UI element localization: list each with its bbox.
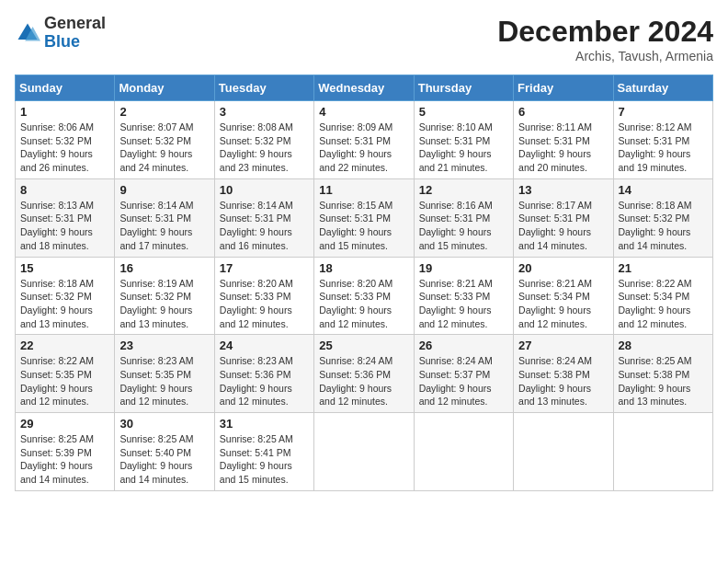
day-number: 19 [419, 261, 508, 275]
calendar-header-row: SundayMondayTuesdayWednesdayThursdayFrid… [16, 75, 713, 101]
day-number: 20 [518, 261, 608, 275]
day-of-week-header: Sunday [16, 75, 115, 101]
calendar-day-cell: 27 Sunrise: 8:24 AM Sunset: 5:38 PM Dayl… [514, 335, 613, 413]
month-title: December 2024 [497, 15, 713, 49]
day-number: 14 [619, 183, 708, 197]
calendar-day-cell [414, 413, 513, 491]
day-info: Sunrise: 8:25 AM Sunset: 5:41 PM Dayligh… [220, 432, 309, 487]
logo: General Blue [15, 15, 106, 52]
calendar-day-cell: 23 Sunrise: 8:23 AM Sunset: 5:35 PM Dayl… [115, 335, 214, 413]
day-info: Sunrise: 8:15 AM Sunset: 5:31 PM Dayligh… [319, 199, 408, 253]
calendar-day-cell [613, 413, 712, 491]
calendar-week-row: 1 Sunrise: 8:06 AM Sunset: 5:32 PM Dayli… [16, 101, 713, 179]
calendar-week-row: 15 Sunrise: 8:18 AM Sunset: 5:32 PM Dayl… [16, 257, 713, 335]
day-number: 3 [220, 105, 309, 119]
day-info: Sunrise: 8:10 AM Sunset: 5:31 PM Dayligh… [419, 121, 508, 175]
calendar-day-cell: 31 Sunrise: 8:25 AM Sunset: 5:41 PM Dayl… [214, 413, 313, 491]
day-info: Sunrise: 8:23 AM Sunset: 5:36 PM Dayligh… [220, 354, 309, 408]
calendar-day-cell: 25 Sunrise: 8:24 AM Sunset: 5:36 PM Dayl… [314, 335, 414, 413]
day-number: 13 [518, 183, 608, 197]
calendar-day-cell: 17 Sunrise: 8:20 AM Sunset: 5:33 PM Dayl… [214, 257, 313, 335]
day-info: Sunrise: 8:25 AM Sunset: 5:40 PM Dayligh… [119, 432, 209, 487]
title-block: December 2024 Archis, Tavush, Armenia [497, 15, 713, 63]
day-number: 9 [119, 183, 209, 197]
day-of-week-header: Wednesday [314, 75, 414, 101]
day-info: Sunrise: 8:14 AM Sunset: 5:31 PM Dayligh… [220, 199, 309, 253]
calendar-day-cell: 28 Sunrise: 8:25 AM Sunset: 5:38 PM Dayl… [613, 335, 712, 413]
day-info: Sunrise: 8:22 AM Sunset: 5:35 PM Dayligh… [20, 354, 109, 408]
day-number: 11 [319, 183, 408, 197]
calendar-day-cell: 7 Sunrise: 8:12 AM Sunset: 5:31 PM Dayli… [613, 101, 712, 179]
day-number: 29 [20, 417, 109, 431]
day-number: 21 [619, 261, 708, 275]
calendar-day-cell: 5 Sunrise: 8:10 AM Sunset: 5:31 PM Dayli… [414, 101, 513, 179]
day-number: 5 [419, 105, 508, 119]
calendar-day-cell: 9 Sunrise: 8:14 AM Sunset: 5:31 PM Dayli… [115, 178, 214, 257]
calendar-day-cell: 16 Sunrise: 8:19 AM Sunset: 5:32 PM Dayl… [115, 257, 214, 335]
calendar-week-row: 29 Sunrise: 8:25 AM Sunset: 5:39 PM Dayl… [16, 413, 713, 491]
day-info: Sunrise: 8:11 AM Sunset: 5:31 PM Dayligh… [518, 121, 608, 175]
day-info: Sunrise: 8:21 AM Sunset: 5:34 PM Dayligh… [518, 277, 608, 331]
calendar-day-cell: 2 Sunrise: 8:07 AM Sunset: 5:32 PM Dayli… [115, 101, 214, 179]
day-number: 23 [119, 339, 209, 352]
calendar-day-cell: 26 Sunrise: 8:24 AM Sunset: 5:37 PM Dayl… [414, 335, 513, 413]
calendar-day-cell [314, 413, 414, 491]
calendar-day-cell: 19 Sunrise: 8:21 AM Sunset: 5:33 PM Dayl… [414, 257, 513, 335]
day-info: Sunrise: 8:08 AM Sunset: 5:32 PM Dayligh… [220, 121, 309, 175]
day-number: 10 [220, 183, 309, 197]
calendar-day-cell: 15 Sunrise: 8:18 AM Sunset: 5:32 PM Dayl… [16, 257, 115, 335]
day-number: 7 [619, 105, 708, 119]
calendar-day-cell: 11 Sunrise: 8:15 AM Sunset: 5:31 PM Dayl… [314, 178, 414, 257]
calendar-day-cell: 12 Sunrise: 8:16 AM Sunset: 5:31 PM Dayl… [414, 178, 513, 257]
day-number: 17 [220, 261, 309, 275]
day-info: Sunrise: 8:20 AM Sunset: 5:33 PM Dayligh… [319, 277, 408, 331]
day-info: Sunrise: 8:18 AM Sunset: 5:32 PM Dayligh… [619, 199, 708, 253]
calendar-day-cell: 13 Sunrise: 8:17 AM Sunset: 5:31 PM Dayl… [514, 178, 613, 257]
location-subtitle: Archis, Tavush, Armenia [497, 49, 713, 63]
day-info: Sunrise: 8:21 AM Sunset: 5:33 PM Dayligh… [419, 277, 508, 331]
day-info: Sunrise: 8:14 AM Sunset: 5:31 PM Dayligh… [119, 199, 209, 253]
day-info: Sunrise: 8:09 AM Sunset: 5:31 PM Dayligh… [319, 121, 408, 175]
day-number: 1 [20, 105, 109, 119]
calendar-table: SundayMondayTuesdayWednesdayThursdayFrid… [15, 75, 713, 491]
logo-text: General Blue [44, 15, 106, 52]
calendar-day-cell: 22 Sunrise: 8:22 AM Sunset: 5:35 PM Dayl… [16, 335, 115, 413]
day-number: 26 [419, 339, 508, 352]
calendar-day-cell: 8 Sunrise: 8:13 AM Sunset: 5:31 PM Dayli… [16, 178, 115, 257]
day-info: Sunrise: 8:17 AM Sunset: 5:31 PM Dayligh… [518, 199, 608, 253]
day-info: Sunrise: 8:18 AM Sunset: 5:32 PM Dayligh… [20, 277, 109, 331]
page-header: General Blue December 2024 Archis, Tavus… [15, 15, 713, 63]
day-number: 30 [119, 417, 209, 431]
day-number: 18 [319, 261, 408, 275]
day-of-week-header: Tuesday [214, 75, 313, 101]
day-of-week-header: Friday [514, 75, 613, 101]
day-number: 16 [119, 261, 209, 275]
day-number: 8 [20, 183, 109, 197]
calendar-day-cell: 3 Sunrise: 8:08 AM Sunset: 5:32 PM Dayli… [214, 101, 313, 179]
day-info: Sunrise: 8:06 AM Sunset: 5:32 PM Dayligh… [20, 121, 109, 175]
calendar-day-cell: 1 Sunrise: 8:06 AM Sunset: 5:32 PM Dayli… [16, 101, 115, 179]
day-number: 24 [220, 339, 309, 352]
calendar-week-row: 22 Sunrise: 8:22 AM Sunset: 5:35 PM Dayl… [16, 335, 713, 413]
day-number: 22 [20, 339, 109, 352]
day-info: Sunrise: 8:19 AM Sunset: 5:32 PM Dayligh… [119, 277, 209, 331]
day-number: 28 [619, 339, 708, 352]
day-of-week-header: Saturday [613, 75, 712, 101]
calendar-day-cell: 24 Sunrise: 8:23 AM Sunset: 5:36 PM Dayl… [214, 335, 313, 413]
day-number: 27 [518, 339, 608, 352]
day-info: Sunrise: 8:16 AM Sunset: 5:31 PM Dayligh… [419, 199, 508, 253]
calendar-day-cell: 6 Sunrise: 8:11 AM Sunset: 5:31 PM Dayli… [514, 101, 613, 179]
day-info: Sunrise: 8:23 AM Sunset: 5:35 PM Dayligh… [119, 354, 209, 408]
day-number: 6 [518, 105, 608, 119]
day-info: Sunrise: 8:22 AM Sunset: 5:34 PM Dayligh… [619, 277, 708, 331]
calendar-week-row: 8 Sunrise: 8:13 AM Sunset: 5:31 PM Dayli… [16, 178, 713, 257]
calendar-day-cell: 14 Sunrise: 8:18 AM Sunset: 5:32 PM Dayl… [613, 178, 712, 257]
day-info: Sunrise: 8:07 AM Sunset: 5:32 PM Dayligh… [119, 121, 209, 175]
calendar-day-cell: 4 Sunrise: 8:09 AM Sunset: 5:31 PM Dayli… [314, 101, 414, 179]
calendar-day-cell [514, 413, 613, 491]
calendar-day-cell: 29 Sunrise: 8:25 AM Sunset: 5:39 PM Dayl… [16, 413, 115, 491]
day-info: Sunrise: 8:20 AM Sunset: 5:33 PM Dayligh… [220, 277, 309, 331]
day-of-week-header: Monday [115, 75, 214, 101]
day-number: 25 [319, 339, 408, 352]
day-number: 31 [220, 417, 309, 431]
